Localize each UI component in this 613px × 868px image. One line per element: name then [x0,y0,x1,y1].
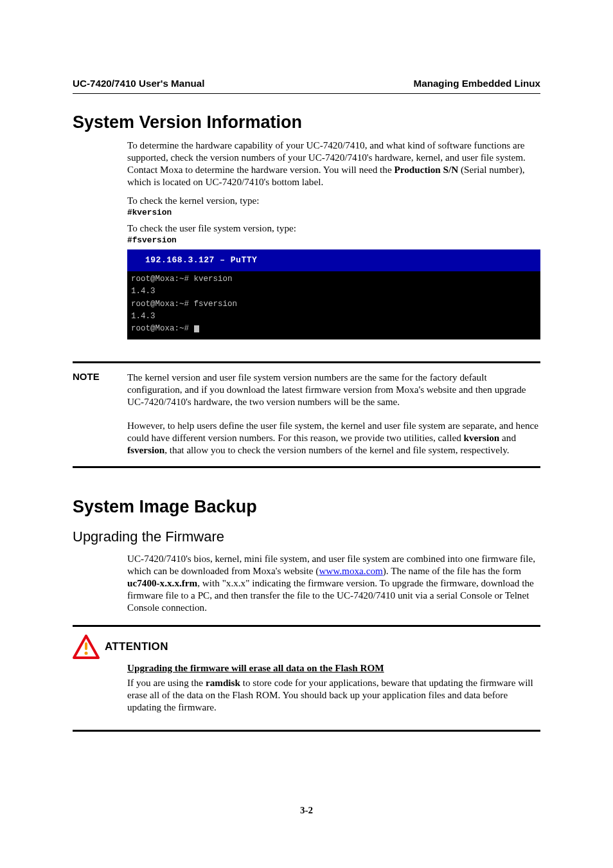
text-bold: uc7400-x.x.x.frm [127,577,197,588]
section-1-heading: System Version Information [73,112,540,134]
para-upgrade-firmware: UC-7420/7410's bios, kernel, mini file s… [127,552,540,613]
svg-point-2 [85,651,88,655]
text-bold: Production S/N [394,164,458,175]
section-2-body: UC-7420/7410's bios, kernel, mini file s… [127,552,540,613]
attention-subtitle: Upgrading the firmware will erase all da… [127,662,540,674]
attention-label: ATTENTION [105,640,168,653]
link-moxa[interactable]: www.moxa.com [319,565,382,576]
note-para-2: However, to help users define the user f… [127,419,540,456]
note-block: NOTE The kernel version and user file sy… [73,361,540,468]
note-para-1: The kernel version and user file system … [127,371,540,408]
para-check-kernel: To check the kernel version, type: [127,194,540,206]
text-fragment: , that allow you to check the version nu… [164,444,509,455]
header-left: UC-7420/7410 User's Manual [73,77,204,89]
terminal-prompt-line: root@Moxa:~# [127,323,540,335]
subsection-heading: Upgrading the Firmware [73,528,540,546]
cmd-kversion: #kversion [127,208,540,218]
cmd-fsversion: #fsversion [127,235,540,246]
header-right: Managing Embedded Linux [414,77,540,89]
terminal-line: root@Moxa:~# fsversion [127,298,540,311]
page-number: 3-2 [0,804,613,817]
cursor-icon [194,325,199,332]
warning-triangle-icon [73,635,100,659]
text-fragment: If you are using the [127,677,206,688]
terminal-line: 1.4.3 [127,285,540,298]
attention-header: ATTENTION [73,635,540,659]
terminal-line: root@Moxa:~# kversion [127,273,540,285]
terminal-prompt: root@Moxa:~# [131,324,194,333]
terminal-window: 192.168.3.127 – PuTTY root@Moxa:~# kvers… [127,249,540,339]
text-bold: ramdisk [206,677,240,688]
terminal-line: 1.4.3 [127,311,540,323]
page-header: UC-7420/7410 User's Manual Managing Embe… [73,77,540,94]
note-label: NOTE [73,371,127,383]
attention-body: Upgrading the firmware will erase all da… [127,662,540,713]
text-bold: kversion [464,432,500,443]
attention-para: If you are using the ramdisk to store co… [127,676,540,713]
para-check-fs: To check the user file system version, t… [127,222,540,234]
note-body: The kernel version and user file system … [127,371,540,458]
svg-rect-1 [85,642,87,650]
attention-block: ATTENTION Upgrading the firmware will er… [73,625,540,732]
text-bold: fsversion [127,444,164,455]
para-sysver-intro: To determine the hardware capability of … [127,139,540,188]
section-2-heading: System Image Backup [73,496,540,518]
terminal-title-bar: 192.168.3.127 – PuTTY [127,249,540,271]
text-fragment: ). The name of the file has the form [383,565,521,576]
section-1-body: To determine the hardware capability of … [127,139,540,339]
text-fragment: and [499,432,516,443]
